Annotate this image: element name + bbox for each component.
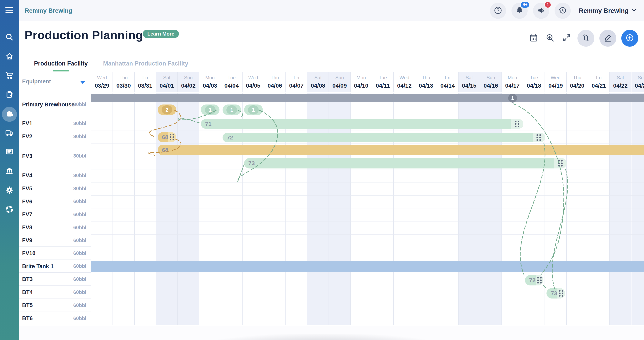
equipment-name: FV6 bbox=[22, 198, 32, 205]
date-column-header: Wed04/12 bbox=[394, 72, 415, 92]
sidebar-item-records[interactable] bbox=[0, 144, 19, 160]
account-menu[interactable]: Remmy Brewing bbox=[579, 7, 637, 14]
grip-dots-icon bbox=[559, 290, 564, 297]
drag-handle[interactable] bbox=[168, 132, 176, 142]
batch-number: 72 bbox=[529, 277, 536, 284]
tab-production-facility[interactable]: Production Facility bbox=[34, 55, 88, 72]
equipment-row[interactable]: BT560bbl bbox=[19, 299, 90, 312]
equipment-row[interactable]: FV960bbl bbox=[19, 234, 90, 247]
equipment-name: FV9 bbox=[22, 237, 32, 244]
equipment-row[interactable]: BT460bbl bbox=[19, 286, 90, 299]
date-column-header: Wed04/19 bbox=[545, 72, 566, 92]
batch-bar[interactable]: 68 bbox=[158, 132, 176, 142]
sidebar-item-search[interactable] bbox=[0, 29, 19, 46]
batch-bar[interactable]: 71 bbox=[201, 119, 524, 129]
date-column-header: Sun04/02 bbox=[178, 72, 199, 92]
schedule-band[interactable] bbox=[91, 261, 644, 272]
equipment-name: FV1 bbox=[22, 120, 32, 127]
equipment-capacity: 30bbl bbox=[73, 185, 86, 192]
sidebar-item-distribution[interactable] bbox=[0, 125, 19, 141]
drag-handle[interactable] bbox=[533, 133, 545, 142]
drag-handle[interactable] bbox=[554, 158, 567, 169]
tab-manhattan-production-facility[interactable]: Manhattan Production Facility bbox=[103, 55, 188, 72]
date-column-header: Thu04/20 bbox=[567, 72, 588, 92]
equipment-name: FV10 bbox=[22, 250, 36, 256]
date-column-header: Thu03/30 bbox=[113, 72, 134, 92]
expand-button[interactable] bbox=[561, 32, 572, 44]
equipment-row[interactable]: FV430bbl bbox=[19, 169, 90, 182]
sidebar-item-settings[interactable] bbox=[0, 182, 19, 199]
calendar-button[interactable] bbox=[528, 32, 539, 44]
equipment-row[interactable]: BT660bbl bbox=[19, 312, 90, 325]
equipment-capacity: 60bbl bbox=[73, 250, 86, 256]
drag-handle[interactable] bbox=[511, 119, 524, 129]
batch-bar[interactable]: 1 bbox=[222, 105, 241, 115]
batch-number: 68 bbox=[162, 134, 168, 140]
edit-button[interactable] bbox=[599, 30, 616, 47]
equipment-name: FV5 bbox=[22, 185, 32, 192]
date-column-header: Mon04/03 bbox=[200, 72, 221, 92]
schedule-band[interactable]: 1 bbox=[91, 94, 644, 102]
equipment-row[interactable]: FV660bbl bbox=[19, 195, 90, 208]
sort-dropdown-icon[interactable] bbox=[80, 81, 85, 84]
notifications-badge: 9+ bbox=[520, 1, 530, 8]
equipment-row[interactable]: Brite Tank 160bbl bbox=[19, 260, 90, 273]
zoom-button[interactable] bbox=[544, 32, 556, 44]
pencil-icon bbox=[604, 33, 612, 43]
equipment-row[interactable]: Primary Brewhouse30bbl bbox=[19, 92, 90, 117]
help-icon bbox=[494, 6, 502, 15]
notifications-button[interactable]: 9+ bbox=[512, 3, 528, 19]
add-button[interactable] bbox=[621, 30, 638, 47]
equipment-row[interactable]: FV1060bbl bbox=[19, 247, 90, 260]
batch-bar[interactable]: 68 bbox=[158, 145, 644, 156]
equipment-row[interactable]: BT360bbl bbox=[19, 273, 90, 286]
equipment-name: FV7 bbox=[22, 211, 32, 218]
equipment-row[interactable]: FV530bbl bbox=[19, 182, 90, 195]
date-column-header: Sun04/23 bbox=[632, 72, 644, 92]
sidebar-item-home[interactable] bbox=[0, 49, 19, 65]
drag-handle[interactable] bbox=[558, 288, 565, 299]
distribution-icon bbox=[5, 128, 14, 138]
equipment-capacity: 30bbl bbox=[73, 172, 86, 179]
production-board: Equipment Primary Brewhouse30bblFV130bbl… bbox=[19, 72, 644, 326]
equipment-row[interactable]: FV230bbl bbox=[19, 130, 90, 143]
batch-bar[interactable]: 72 bbox=[222, 133, 545, 142]
equipment-row[interactable]: FV760bbl bbox=[19, 208, 90, 221]
equipment-row[interactable]: FV330bbl bbox=[19, 143, 90, 169]
batch-count: 1 bbox=[209, 107, 212, 113]
equipment-row[interactable]: FV860bbl bbox=[19, 221, 90, 234]
announcements-button[interactable]: 1 bbox=[533, 3, 549, 19]
equipment-capacity: 30bbl bbox=[73, 120, 86, 127]
sidebar-item-brewing[interactable] bbox=[0, 106, 19, 123]
sidebar-item-bank[interactable] bbox=[0, 163, 19, 179]
batch-bar[interactable]: 2 bbox=[158, 105, 176, 115]
batch-bar[interactable]: 73 bbox=[244, 158, 567, 169]
date-column-header: Mon04/10 bbox=[351, 72, 372, 92]
dependencies-button[interactable] bbox=[578, 30, 594, 47]
batch-bar[interactable]: 1 bbox=[244, 105, 263, 115]
menu-icon[interactable] bbox=[6, 7, 13, 13]
equipment-capacity: 60bbl bbox=[73, 302, 86, 309]
date-column-header: Tue04/11 bbox=[372, 72, 394, 92]
grip-dots-icon bbox=[170, 134, 174, 141]
history-button[interactable] bbox=[554, 3, 571, 19]
date-column-header: Tue04/04 bbox=[221, 72, 242, 92]
brewing-icon bbox=[5, 110, 14, 119]
equipment-row[interactable]: FV130bbl bbox=[19, 117, 90, 130]
settings-icon bbox=[5, 186, 14, 195]
search-icon bbox=[5, 33, 14, 42]
date-column-header: Fri03/31 bbox=[135, 72, 156, 92]
batch-bar[interactable]: 1 bbox=[201, 105, 220, 115]
learn-more-button[interactable]: Learn More bbox=[143, 30, 179, 38]
drag-handle[interactable] bbox=[536, 275, 544, 285]
dependencies-icon bbox=[582, 33, 590, 43]
bottom-shadow bbox=[194, 334, 450, 340]
zoom-in-icon bbox=[546, 33, 555, 43]
batch-bar[interactable]: 73 bbox=[546, 288, 565, 299]
help-button[interactable] bbox=[490, 3, 506, 19]
sidebar-item-orders[interactable] bbox=[0, 87, 19, 103]
sidebar-item-cart[interactable] bbox=[0, 67, 19, 84]
sidebar-item-support[interactable] bbox=[0, 201, 19, 218]
batch-bar[interactable]: 72 bbox=[525, 275, 544, 285]
date-column-header: Fri04/07 bbox=[286, 72, 308, 92]
